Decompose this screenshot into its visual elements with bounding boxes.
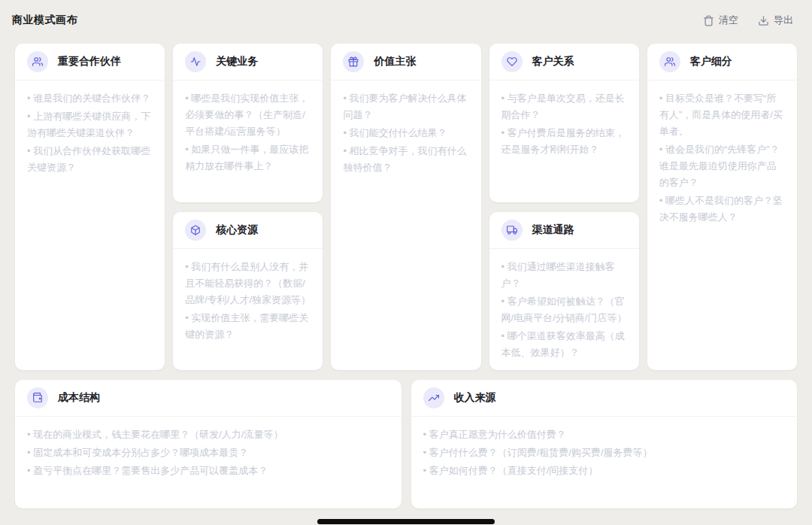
placeholder-question: 谁是我们的关键合作伙伴？ [27, 90, 153, 107]
card-revenue-streams-header: 收入来源 [411, 380, 798, 417]
card-title: 成本结构 [58, 391, 100, 405]
placeholder-question: 哪些是我们实现价值主张，必须要做的事？（生产制造/平台搭建/运营服务等） [185, 90, 311, 140]
card-channels[interactable]: 渠道通路 我们通过哪些渠道接触客户？ 客户希望如何被触达？（官网/电商平台/分销… [489, 212, 639, 370]
clear-button-label: 清空 [719, 14, 738, 27]
card-revenue-streams-body[interactable]: 客户真正愿意为什么价值付费？ 客户付什么费？（订阅费/租赁费/购买费/服务费等）… [411, 417, 798, 490]
topbar-actions: 清空 导出 [703, 14, 793, 27]
card-customer-relationships[interactable]: 客户关系 与客户是单次交易，还是长期合作？ 客户付费后是服务的结束，还是服务才刚… [489, 44, 639, 202]
card-title: 价值主张 [374, 55, 416, 68]
export-button-label: 导出 [774, 14, 793, 27]
card-key-partners-header: 重要合作伙伴 [15, 44, 165, 80]
card-key-partners-body[interactable]: 谁是我们的关键合作伙伴？ 上游有哪些关键供应商，下游有哪些关键渠道伙伴？ 我们从… [15, 80, 165, 187]
gift-icon [343, 51, 364, 72]
placeholder-question: 哪些人不是我们的客户？坚决不服务哪些人？ [659, 193, 785, 226]
top-grid: 重要合作伙伴 谁是我们的关键合作伙伴？ 上游有哪些关键供应商，下游有哪些关键渠道… [15, 44, 797, 370]
card-title: 客户关系 [532, 55, 574, 68]
placeholder-question: 目标受众是谁？不要写“所有人”，而是具体的使用者/买单者。 [659, 90, 785, 140]
card-title: 关键业务 [216, 55, 258, 68]
card-customer-segments-body[interactable]: 目标受众是谁？不要写“所有人”，而是具体的使用者/买单者。 谁会是我们的“先锋客… [647, 80, 797, 237]
column-customer-relationships: 客户关系 与客户是单次交易，还是长期合作？ 客户付费后是服务的结束，还是服务才刚… [489, 44, 639, 370]
business-model-canvas: 重要合作伙伴 谁是我们的关键合作伙伴？ 上游有哪些关键供应商，下游有哪些关键渠道… [15, 44, 797, 508]
placeholder-question: 我们要为客户解决什么具体问题？ [343, 90, 468, 123]
page-title: 商业模式画布 [12, 14, 77, 27]
wallet-icon [27, 387, 48, 408]
card-core-resources-header: 核心资源 [173, 212, 323, 249]
card-core-resources-body[interactable]: 我们有什么是别人没有，并且不能轻易获得的？（数据/品牌/专利/人才/独家资源等）… [173, 249, 323, 354]
placeholder-question: 盈亏平衡点在哪里？需要售出多少产品可以覆盖成本？ [27, 463, 389, 479]
heart-icon [501, 51, 523, 72]
download-icon [758, 15, 769, 26]
placeholder-question: 客户希望如何被触达？（官网/电商平台/分销商/门店等） [501, 293, 627, 326]
topbar: 商业模式画布 清空 导出 [0, 0, 812, 41]
trash-icon [703, 15, 714, 26]
card-revenue-streams[interactable]: 收入来源 客户真正愿意为什么价值付费？ 客户付什么费？（订阅费/租赁费/购买费/… [411, 380, 798, 508]
card-channels-header: 渠道通路 [489, 212, 639, 249]
placeholder-question: 相比竞争对手，我们有什么独特价值？ [343, 143, 468, 176]
card-cost-structure-body[interactable]: 现在的商业模式，钱主要花在哪里？（研发/人力/流量等） 固定成本和可变成本分别占… [15, 417, 401, 490]
placeholder-question: 客户真正愿意为什么价值付费？ [423, 426, 786, 443]
card-core-resources[interactable]: 核心资源 我们有什么是别人没有，并且不能轻易获得的？（数据/品牌/专利/人才/独… [173, 212, 323, 370]
trending-up-icon [423, 387, 444, 408]
card-title: 重要合作伙伴 [58, 55, 121, 68]
card-title: 收入来源 [454, 391, 496, 405]
card-channels-body[interactable]: 我们通过哪些渠道接触客户？ 客户希望如何被触达？（官网/电商平台/分销商/门店等… [489, 249, 639, 370]
placeholder-question: 客户如何付费？（直接支付/间接支付） [423, 463, 786, 479]
placeholder-question: 客户付什么费？（订阅费/租赁费/购买费/服务费等） [423, 445, 786, 461]
card-key-activities-body[interactable]: 哪些是我们实现价值主张，必须要做的事？（生产制造/平台搭建/运营服务等） 如果只… [173, 80, 323, 186]
users-icon [27, 51, 48, 72]
users-icon [659, 51, 680, 72]
card-cost-structure[interactable]: 成本结构 现在的商业模式，钱主要花在哪里？（研发/人力/流量等） 固定成本和可变… [15, 380, 401, 508]
activity-icon [185, 51, 206, 72]
card-customer-segments-header: 客户细分 [647, 44, 797, 80]
card-key-partners[interactable]: 重要合作伙伴 谁是我们的关键合作伙伴？ 上游有哪些关键供应商，下游有哪些关键渠道… [15, 44, 165, 370]
column-key-activities: 关键业务 哪些是我们实现价值主张，必须要做的事？（生产制造/平台搭建/运营服务等… [173, 44, 323, 370]
placeholder-question: 我们有什么是别人没有，并且不能轻易获得的？（数据/品牌/专利/人才/独家资源等） [185, 259, 311, 308]
card-value-proposition[interactable]: 价值主张 我们要为客户解决什么具体问题？ 我们能交付什么结果？ 相比竞争对手，我… [331, 44, 480, 370]
card-value-proposition-header: 价值主张 [331, 44, 480, 80]
card-key-activities[interactable]: 关键业务 哪些是我们实现价值主张，必须要做的事？（生产制造/平台搭建/运营服务等… [173, 44, 323, 202]
card-title: 客户细分 [690, 55, 732, 68]
placeholder-question: 我们从合作伙伴处获取哪些关键资源？ [27, 143, 153, 176]
placeholder-question: 上游有哪些关键供应商，下游有哪些关键渠道伙伴？ [27, 108, 153, 141]
placeholder-question: 现在的商业模式，钱主要花在哪里？（研发/人力/流量等） [27, 426, 389, 443]
placeholder-question: 哪个渠道获客效率最高（成本低、效果好）？ [501, 328, 627, 361]
bottom-grid: 成本结构 现在的商业模式，钱主要花在哪里？（研发/人力/流量等） 固定成本和可变… [15, 380, 797, 508]
placeholder-question: 与客户是单次交易，还是长期合作？ [501, 90, 627, 123]
card-customer-relationships-body[interactable]: 与客户是单次交易，还是长期合作？ 客户付费后是服务的结束，还是服务才刚刚开始？ [489, 80, 639, 169]
placeholder-question: 我们通过哪些渠道接触客户？ [501, 259, 627, 292]
card-customer-segments[interactable]: 客户细分 目标受众是谁？不要写“所有人”，而是具体的使用者/买单者。 谁会是我们… [647, 44, 797, 370]
home-indicator-bar [317, 519, 495, 524]
card-key-activities-header: 关键业务 [173, 44, 323, 80]
card-cost-structure-header: 成本结构 [15, 380, 401, 417]
card-title: 渠道通路 [532, 223, 574, 237]
placeholder-question: 固定成本和可变成本分别占多少？哪项成本最贵？ [27, 445, 389, 461]
placeholder-question: 客户付费后是服务的结束，还是服务才刚刚开始？ [501, 125, 627, 158]
card-title: 核心资源 [216, 223, 258, 237]
box-icon [185, 220, 206, 241]
placeholder-question: 谁会是我们的“先锋客户”？谁是最先最迫切使用你产品的客户？ [659, 141, 785, 191]
truck-icon [501, 220, 523, 241]
card-customer-relationships-header: 客户关系 [489, 44, 639, 80]
placeholder-question: 实现价值主张，需要哪些关键的资源？ [185, 310, 311, 343]
clear-button[interactable]: 清空 [703, 14, 738, 27]
card-value-proposition-body[interactable]: 我们要为客户解决什么具体问题？ 我们能交付什么结果？ 相比竞争对手，我们有什么独… [331, 80, 480, 187]
placeholder-question: 如果只做一件事，最应该把精力放在哪件事上？ [185, 141, 311, 174]
export-button[interactable]: 导出 [758, 14, 793, 27]
placeholder-question: 我们能交付什么结果？ [343, 125, 468, 141]
